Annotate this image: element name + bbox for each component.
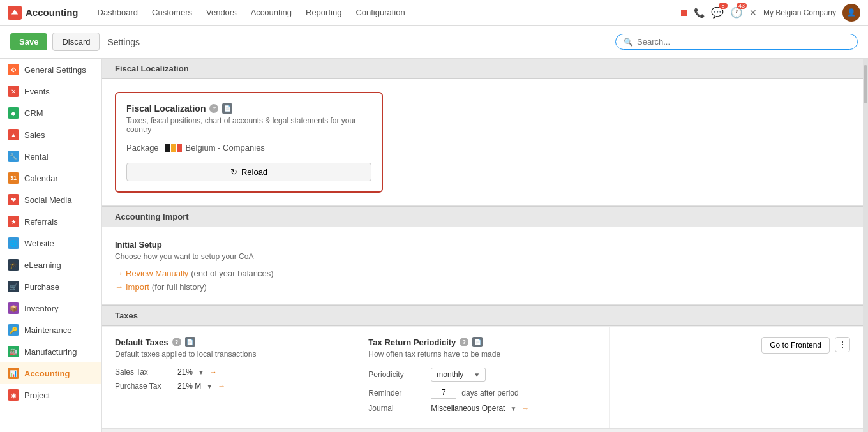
purchase-tax-dropdown[interactable]: ▼ <box>206 383 213 390</box>
nav-right: 📞 💬 8 🕐 43 ✕ My Belgian Company 👤 <box>681 4 860 22</box>
sidebar-item-purchase[interactable]: 🛒 Purchase <box>0 276 101 297</box>
sidebar-item-calendar[interactable]: 31 Calendar <box>0 167 101 189</box>
nav-item-configuration[interactable]: Configuration <box>349 5 411 20</box>
clock-notification[interactable]: 🕐 43 <box>730 6 743 19</box>
taxes-grid: Default Taxes ? 📄 Default taxes applied … <box>102 326 863 428</box>
sidebar-item-referrals[interactable]: ★ Referrals <box>0 211 101 232</box>
accounting-import-section: Accounting Import Initial Setup Choose h… <box>102 206 863 305</box>
sidebar-label-purchase: Purchase <box>24 282 59 292</box>
reminder-suffix: days after period <box>461 389 518 398</box>
svg-marker-0 <box>11 9 18 14</box>
phone-icon[interactable]: 📞 <box>694 8 705 18</box>
sidebar-item-rental[interactable]: 🔧 Rental <box>0 145 101 167</box>
sales-tax-arrow-link[interactable]: → <box>209 368 217 376</box>
sidebar-label-maintenance: Maintenance <box>24 325 71 335</box>
journal-row: Journal Miscellaneous Operat ▼ → <box>368 404 595 413</box>
dt-doc-icon[interactable]: 📄 <box>185 337 195 347</box>
scrollbar-thumb[interactable] <box>864 65 867 103</box>
nav-items: Dashboard Customers Vendors Accounting R… <box>91 5 412 20</box>
fl-package-name: Belgium - Companies <box>186 143 265 153</box>
sidebar-label-calendar: Calendar <box>24 174 58 183</box>
clock-badge: 43 <box>737 3 747 9</box>
sidebar-item-inventory[interactable]: 📦 Inventory <box>0 297 101 319</box>
save-button[interactable]: Save <box>10 33 47 50</box>
nav-item-dashboard[interactable]: Dashboard <box>91 5 145 20</box>
discard-button[interactable]: Discard <box>52 33 100 51</box>
purchase-tax-label: Purchase Tax <box>115 382 172 391</box>
search-icon: 🔍 <box>624 38 633 47</box>
import-link[interactable]: → Import (for full history) <box>115 282 850 292</box>
sidebar-label-rental: Rental <box>24 152 49 161</box>
journal-arrow-link[interactable]: → <box>521 404 529 413</box>
sales-icon: ▲ <box>8 129 19 140</box>
elearning-icon: 🎓 <box>8 259 19 271</box>
top-nav: Accounting Dashboard Customers Vendors A… <box>0 0 868 26</box>
sidebar-label-manufacturing: Manufacturing <box>24 347 77 357</box>
nav-item-accounting[interactable]: Accounting <box>244 5 298 20</box>
fl-info-icon[interactable]: ? <box>209 104 218 113</box>
sidebar-item-maintenance[interactable]: 🔑 Maintenance <box>0 319 101 341</box>
initial-setup-desc: Choose how you want to setup your CoA <box>115 252 850 261</box>
sales-tax-label: Sales Tax <box>115 368 172 376</box>
scrollbar-track[interactable] <box>863 59 868 432</box>
go-to-frontend-button[interactable]: Go to Frontend <box>761 337 830 354</box>
project-icon: ◉ <box>8 389 19 401</box>
sidebar-item-website[interactable]: 🌐 Website <box>0 232 101 254</box>
nav-item-customers[interactable]: Customers <box>146 5 198 20</box>
actions-col: Go to Frontend ⋮ <box>610 327 863 428</box>
company-name[interactable]: My Belgian Company <box>763 8 836 17</box>
initial-setup-title: Initial Setup <box>115 240 850 250</box>
sales-tax-dropdown[interactable]: ▼ <box>198 369 204 376</box>
sidebar-item-accounting[interactable]: 📊 Accounting <box>0 362 101 384</box>
fl-doc-icon[interactable]: 📄 <box>222 103 232 114</box>
nav-item-reporting[interactable]: Reporting <box>299 5 348 20</box>
app-logo[interactable]: Accounting <box>8 6 79 20</box>
purchase-tax-arrow-link[interactable]: → <box>218 382 225 391</box>
search-container: 🔍 <box>615 34 858 50</box>
sidebar-item-general-settings[interactable]: ⚙ General Settings <box>0 59 101 80</box>
import-link-text: Import <box>126 282 149 292</box>
sidebar-item-crm[interactable]: ◆ CRM <box>0 102 101 124</box>
dt-info-icon[interactable]: ? <box>172 338 181 346</box>
reminder-input[interactable] <box>431 387 456 399</box>
sidebar-item-project[interactable]: ◉ Project <box>0 384 101 406</box>
import-link-suffix: (for full history) <box>152 282 207 292</box>
notification-dot[interactable] <box>681 10 687 16</box>
belgium-flag <box>165 144 182 152</box>
search-input[interactable] <box>637 37 849 47</box>
crm-icon: ◆ <box>8 107 19 119</box>
reload-button[interactable]: ↻ Reload <box>126 163 371 181</box>
social-media-icon: ❤ <box>8 194 19 205</box>
sidebar-label-elearning: eLearning <box>24 260 61 270</box>
default-taxes-col: Default Taxes ? 📄 Default taxes applied … <box>102 327 355 428</box>
tr-info-icon[interactable]: ? <box>460 338 468 346</box>
user-avatar[interactable]: 👤 <box>842 4 860 22</box>
sidebar-label-project: Project <box>24 391 50 400</box>
reminder-label: Reminder <box>368 389 426 398</box>
manufacturing-icon: 🏭 <box>8 346 19 357</box>
nav-item-vendors[interactable]: Vendors <box>200 5 243 20</box>
chat-notification[interactable]: 💬 8 <box>711 6 724 19</box>
fl-package-value: Belgium - Companies <box>165 143 265 153</box>
review-link-text: Review Manually <box>126 269 188 278</box>
periodicity-label: Periodicity <box>368 370 426 379</box>
sidebar-item-social-media[interactable]: ❤ Social Media <box>0 189 101 211</box>
tr-doc-icon[interactable]: 📄 <box>472 337 483 347</box>
review-manually-link[interactable]: → Review Manually (end of year balances) <box>115 269 850 278</box>
journal-dropdown[interactable]: ▼ <box>510 405 516 412</box>
periodicity-select[interactable]: monthly ▼ <box>431 368 486 382</box>
sidebar-item-elearning[interactable]: 🎓 eLearning <box>0 254 101 276</box>
sidebar-item-manufacturing[interactable]: 🏭 Manufacturing <box>0 341 101 362</box>
journal-label: Journal <box>368 404 426 413</box>
accounting-import-header: Accounting Import <box>102 206 863 227</box>
events-icon: ✕ <box>8 86 19 97</box>
close-icon[interactable]: ✕ <box>749 8 757 18</box>
sidebar-item-sales[interactable]: ▲ Sales <box>0 124 101 145</box>
sidebar-label-referrals: Referrals <box>24 217 58 227</box>
sidebar-item-events[interactable]: ✕ Events <box>0 80 101 102</box>
more-actions-button[interactable]: ⋮ <box>835 337 850 352</box>
sidebar-label-website: Website <box>24 239 54 248</box>
fl-package-label: Package <box>126 143 159 153</box>
purchase-tax-row: Purchase Tax 21% M ▼ → <box>115 382 342 391</box>
taxes-body: Default Taxes ? 📄 Default taxes applied … <box>102 326 863 429</box>
